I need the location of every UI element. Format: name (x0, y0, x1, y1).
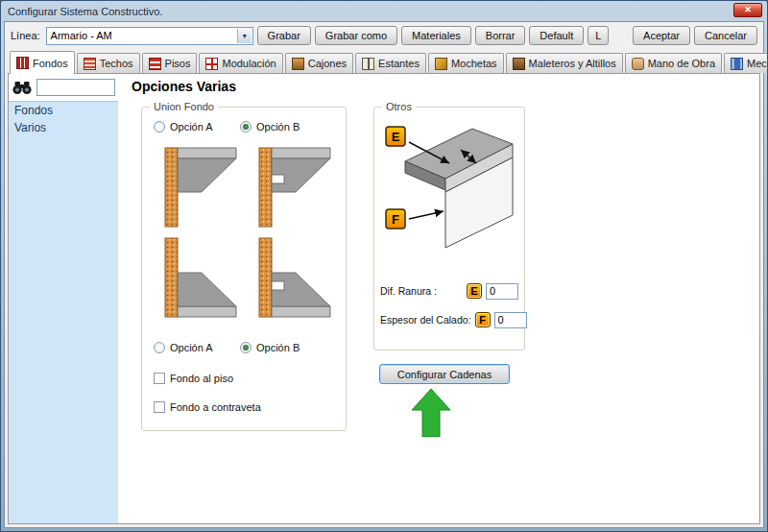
mano-de-obra-tab-icon (632, 58, 644, 70)
espesor-calado-label: Espesor del Calado: (380, 314, 471, 326)
green-up-arrow (412, 389, 450, 437)
sidebar-list: Fondos Varios (9, 101, 118, 523)
tab-mochetas[interactable]: Mochetas (428, 53, 504, 73)
pisos-tab-icon (149, 58, 161, 70)
otros-group: Otros (373, 107, 525, 351)
tab-techos[interactable]: Techos (77, 53, 140, 73)
otros-group-title: Otros (382, 101, 416, 112)
sidebar-search-input[interactable] (36, 79, 115, 96)
materiales-button[interactable]: Materiales (401, 26, 471, 45)
tab-mano-de-obra[interactable]: Mano de Obra (625, 53, 722, 73)
checkbox-box (154, 373, 165, 384)
radio-circle (154, 342, 165, 353)
tab-label: Mecanizados (747, 58, 768, 69)
sidebar-item-fondos[interactable]: Fondos (9, 102, 118, 119)
radio-opcion-a-bottom[interactable]: Opción A (154, 342, 213, 353)
dropdown-arrow-icon[interactable]: ▼ (237, 29, 252, 43)
svg-text:E: E (392, 130, 400, 144)
modulacion-tab-icon (205, 58, 218, 70)
tab-label: Fondos (33, 58, 68, 69)
union-fondo-diagram-option-b-top (246, 146, 334, 229)
linea-selected-value: Armario - AM (51, 30, 112, 41)
grabar-button[interactable]: Grabar (257, 26, 311, 45)
radio-opcion-b-top[interactable]: Opción B (240, 121, 300, 133)
checkbox-box (154, 401, 165, 413)
close-icon: ✕ (744, 6, 752, 14)
radio-circle (240, 121, 252, 133)
cajones-tab-icon (292, 58, 304, 70)
maleteros-tab-icon (513, 58, 525, 70)
union-fondo-diagram-option-a-bottom (152, 236, 240, 319)
badge-e-icon: E (467, 283, 482, 299)
radio-opcion-a-top[interactable]: Opción A (154, 121, 213, 133)
radio-circle (154, 121, 165, 133)
close-button[interactable]: ✕ (733, 3, 762, 17)
sidebar: Fondos Varios (9, 74, 118, 523)
mochetas-tab-icon (435, 58, 447, 70)
techos-tab-icon (84, 58, 96, 70)
dialog-body: Línea: Armario - AM ▼ Grabar Grabar como… (4, 21, 764, 528)
radio-circle (240, 342, 252, 353)
tab-pisos[interactable]: Pisos (142, 53, 198, 73)
groove-detail-illustration: E F (382, 119, 518, 269)
tab-bar: Fondos Techos Pisos Modulación Cajones E… (8, 50, 760, 73)
titlebar[interactable]: Configurar Sistema Constructivo. ✕ (1, 1, 767, 21)
configurar-cadenas-button[interactable]: Configurar Cadenas (379, 364, 510, 384)
tab-label: Modulación (222, 58, 276, 69)
tab-content-panel: Fondos Varios Opciones Varias Union Fond… (8, 73, 760, 524)
espesor-calado-input[interactable] (494, 312, 527, 328)
l-button[interactable]: L (588, 26, 609, 45)
page-title: Opciones Varias (132, 79, 236, 94)
sidebar-item-varios[interactable]: Varios (9, 119, 118, 136)
mecanizados-tab-icon (731, 58, 743, 70)
union-fondo-group-title: Union Fondo (150, 101, 218, 112)
dif-ranura-input[interactable] (486, 283, 518, 300)
checkbox-fondo-a-contraveta[interactable]: Fondo a contraveta (154, 401, 261, 413)
tab-fondos[interactable]: Fondos (10, 51, 75, 74)
tab-label: Mochetas (451, 58, 497, 69)
linea-label: Línea: (11, 30, 40, 41)
window-title: Configurar Sistema Constructivo. (1, 6, 162, 17)
tab-label: Maleteros y Altillos (529, 58, 616, 69)
toolbar: Línea: Armario - AM ▼ Grabar Grabar como… (5, 24, 763, 47)
tab-estantes[interactable]: Estantes (355, 53, 426, 73)
estantes-tab-icon (362, 58, 374, 70)
tab-modulacion[interactable]: Modulación (199, 53, 282, 73)
main-panel: Opciones Varias Union Fondo Opción A Opc… (118, 74, 759, 523)
espesor-calado-row: Espesor del Calado: F (380, 311, 518, 328)
union-fondo-diagram-option-b-bottom (246, 236, 334, 319)
aceptar-button[interactable]: Aceptar (633, 26, 690, 45)
union-fondo-group: Union Fondo Opción A Opción B (141, 107, 347, 431)
fondos-tab-icon (16, 57, 29, 69)
badge-f-illustration: F (386, 209, 405, 229)
default-button[interactable]: Default (529, 26, 584, 45)
tab-label: Techos (100, 58, 133, 69)
linea-select[interactable]: Armario - AM ▼ (46, 27, 253, 45)
binoculars-search-icon (12, 81, 33, 95)
svg-text:F: F (392, 212, 399, 227)
badge-e-illustration: E (386, 127, 405, 146)
sidebar-search-row (9, 74, 118, 101)
union-fondo-diagram-option-a-top (152, 146, 240, 229)
tab-label: Cajones (308, 58, 347, 69)
cancelar-button[interactable]: Cancelar (694, 26, 757, 45)
tab-mecanizados[interactable]: Mecanizados (724, 53, 768, 73)
tab-label: Estantes (378, 58, 420, 69)
checkbox-fondo-al-piso[interactable]: Fondo al piso (154, 373, 233, 384)
dif-ranura-label: Dif. Ranura : (380, 285, 463, 297)
tab-maleteros-y-altillos[interactable]: Maleteros y Altillos (506, 53, 623, 73)
radio-opcion-b-bottom[interactable]: Opción B (240, 342, 300, 353)
badge-f-icon: F (475, 312, 491, 327)
borrar-button[interactable]: Borrar (475, 26, 526, 45)
tab-label: Mano de Obra (648, 58, 715, 69)
dialog-window: Configurar Sistema Constructivo. ✕ Línea… (0, 0, 768, 532)
tab-cajones[interactable]: Cajones (285, 53, 353, 73)
grabar-como-button[interactable]: Grabar como (315, 26, 397, 45)
dif-ranura-row: Dif. Ranura : E (380, 282, 518, 300)
tab-label: Pisos (165, 58, 191, 69)
